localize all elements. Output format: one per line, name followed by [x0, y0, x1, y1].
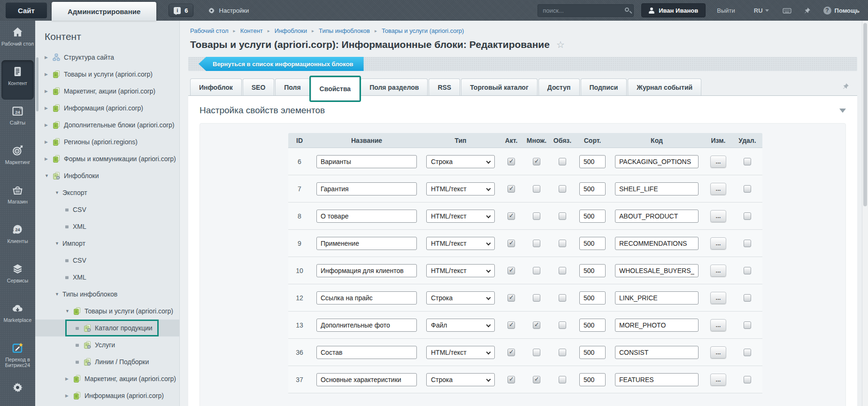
scrollbar-thumb[interactable]: [863, 23, 867, 206]
expander-collapsed-icon[interactable]: ▶: [65, 393, 73, 398]
sidebar-item-b24[interactable]: Переход в Битрикс24: [0, 336, 35, 376]
property-sort-input[interactable]: [579, 319, 606, 332]
multiple-checkbox[interactable]: [533, 267, 540, 274]
edit-settings-button[interactable]: ...: [710, 346, 726, 359]
multiple-checkbox[interactable]: [533, 185, 540, 193]
edit-settings-button[interactable]: ...: [710, 210, 726, 222]
property-name-input[interactable]: [316, 210, 417, 223]
tree-item[interactable]: Линии / Подборки: [35, 353, 179, 370]
required-checkbox[interactable]: [559, 349, 566, 356]
property-code-input[interactable]: [615, 155, 699, 168]
edit-settings-button[interactable]: ...: [710, 265, 726, 277]
delete-checkbox[interactable]: [744, 349, 751, 356]
active-checkbox[interactable]: [507, 321, 515, 329]
tree-item[interactable]: ▼Типы инфоблоков: [35, 286, 179, 303]
tree-item[interactable]: ▶Формы и коммуникации (apriori.corp): [35, 150, 179, 167]
property-name-input[interactable]: [316, 182, 417, 195]
tree-item[interactable]: XML: [35, 269, 179, 286]
tree-item[interactable]: ▼Товары и услуги (apriori.corp): [35, 303, 179, 320]
user-menu[interactable]: Иван Иванов: [641, 3, 706, 17]
sidebar-item-gear[interactable]: [0, 376, 35, 406]
property-code-input[interactable]: [615, 237, 699, 250]
tab-event-log[interactable]: Журнал событий: [628, 78, 701, 95]
property-type-select[interactable]: Строка: [426, 373, 495, 386]
expander-expanded-icon[interactable]: ▼: [65, 309, 73, 313]
expander-expanded-icon[interactable]: ▼: [55, 190, 62, 195]
property-type-select[interactable]: HTML/текст: [426, 237, 495, 250]
notifications-badge[interactable]: i 6: [169, 4, 193, 17]
property-code-input[interactable]: [615, 346, 699, 359]
expander-collapsed-icon[interactable]: ▶: [45, 55, 52, 60]
property-sort-input[interactable]: [579, 210, 606, 223]
property-name-input[interactable]: [316, 373, 417, 386]
expander-collapsed-icon[interactable]: ▶: [45, 72, 52, 77]
property-type-select[interactable]: Строка: [426, 155, 495, 168]
active-checkbox[interactable]: [507, 267, 515, 274]
property-type-select[interactable]: HTML/текст: [426, 264, 495, 277]
property-type-select[interactable]: HTML/текст: [426, 210, 495, 223]
property-sort-input[interactable]: [579, 346, 606, 359]
tree-item[interactable]: ▶Маркетинг, акции (apriori.corp): [35, 370, 179, 387]
expander-collapsed-icon[interactable]: ▶: [65, 376, 73, 381]
tree-item[interactable]: XML: [35, 218, 179, 235]
property-sort-input[interactable]: [579, 264, 606, 277]
tree-item[interactable]: ▶Маркетинг, акции (apriori.corp): [35, 83, 179, 100]
edit-settings-button[interactable]: ...: [710, 156, 726, 168]
settings-button[interactable]: Настройки: [207, 7, 249, 15]
active-checkbox[interactable]: [507, 185, 515, 193]
favorite-star-icon[interactable]: ☆: [556, 39, 565, 50]
active-checkbox[interactable]: [507, 158, 515, 165]
sidebar-item-layers[interactable]: Сервисы: [0, 258, 35, 297]
property-code-input[interactable]: [615, 264, 699, 277]
property-name-input[interactable]: [316, 346, 417, 359]
sidebar-item-home[interactable]: Рабочий стол: [0, 21, 35, 60]
sidebar-item-clients[interactable]: Клиенты: [0, 218, 35, 258]
tab-captions[interactable]: Подписи: [581, 78, 627, 95]
property-sort-input[interactable]: [579, 291, 606, 304]
search-input[interactable]: [538, 4, 634, 17]
site-tab[interactable]: Сайт: [6, 2, 47, 18]
language-selector[interactable]: RU: [754, 7, 769, 14]
required-checkbox[interactable]: [559, 294, 566, 302]
multiple-checkbox[interactable]: [533, 321, 540, 329]
multiple-checkbox[interactable]: [533, 376, 540, 383]
property-code-input[interactable]: [615, 210, 699, 223]
tree-item[interactable]: Каталог продукции: [35, 320, 179, 336]
delete-checkbox[interactable]: [744, 185, 751, 193]
multiple-checkbox[interactable]: [533, 212, 540, 220]
expander-expanded-icon[interactable]: ▼: [55, 241, 62, 246]
sidebar-item-marketplace[interactable]: Marketplace: [0, 297, 35, 336]
required-checkbox[interactable]: [559, 240, 566, 247]
edit-settings-button[interactable]: ...: [710, 292, 726, 304]
delete-checkbox[interactable]: [744, 212, 751, 220]
property-code-input[interactable]: [615, 319, 699, 332]
edit-settings-button[interactable]: ...: [710, 374, 726, 386]
logout-link[interactable]: Выйти: [717, 7, 735, 14]
pin-icon[interactable]: [803, 7, 811, 15]
tree-item[interactable]: ▼Экспорт: [35, 184, 179, 201]
property-code-input[interactable]: [615, 182, 699, 195]
back-to-list-button[interactable]: Вернуться в список информационных блоков: [199, 57, 364, 71]
expander-expanded-icon[interactable]: ▼: [55, 292, 62, 297]
property-sort-input[interactable]: [579, 182, 606, 195]
required-checkbox[interactable]: [559, 376, 566, 383]
breadcrumb-link[interactable]: Товары и услуги (apriori.corp): [382, 27, 464, 34]
required-checkbox[interactable]: [559, 212, 566, 220]
delete-checkbox[interactable]: [744, 240, 751, 247]
expander-collapsed-icon[interactable]: ▶: [45, 156, 52, 161]
property-type-select[interactable]: HTML/текст: [426, 346, 495, 359]
property-type-select[interactable]: HTML/текст: [426, 182, 495, 195]
property-sort-input[interactable]: [579, 373, 606, 386]
sidebar-item-target[interactable]: Маркетинг: [0, 139, 35, 179]
tree-item[interactable]: ▶Регионы (apriori.regions): [35, 133, 179, 150]
breadcrumb-link[interactable]: Инфоблоки: [275, 27, 307, 34]
breadcrumb-link[interactable]: Рабочий стол: [190, 27, 229, 34]
required-checkbox[interactable]: [559, 321, 566, 329]
admin-tab[interactable]: Администрирование: [52, 2, 156, 21]
delete-checkbox[interactable]: [744, 321, 751, 329]
delete-checkbox[interactable]: [744, 294, 751, 302]
breadcrumb-link[interactable]: Контент: [240, 27, 263, 34]
delete-checkbox[interactable]: [744, 376, 751, 383]
tab-properties[interactable]: Свойства: [311, 77, 360, 101]
delete-checkbox[interactable]: [744, 158, 751, 165]
